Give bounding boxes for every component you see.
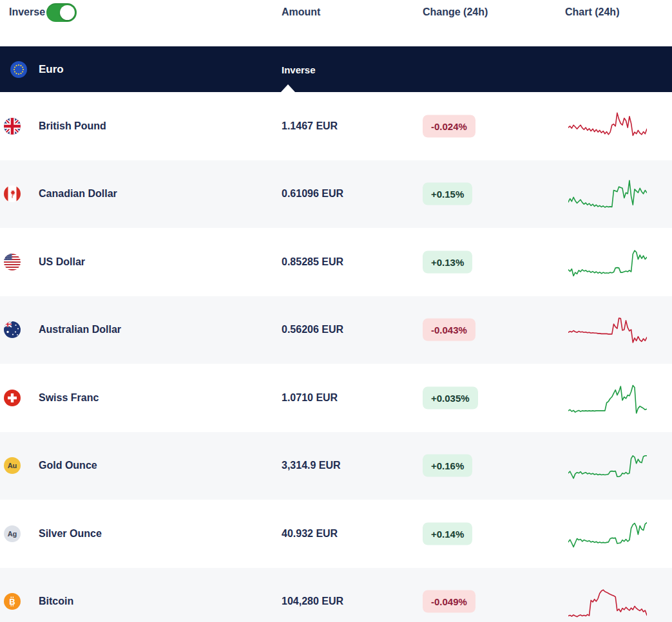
gold-icon: Au [4,457,21,474]
amount-value: 1.0710 EUR [282,392,338,404]
base-currency-name: Euro [39,63,64,76]
sparkline-chart [568,106,647,147]
table-header-bar: Inverse Amount Change (24h) Chart (24h) [0,0,672,46]
sparkline-chart [568,309,647,350]
amount-value: 3,314.9 EUR [282,460,341,471]
change-badge: +0.14% [423,522,472,545]
au-flag-icon [4,321,21,338]
svg-text:B: B [9,597,15,607]
sparkline-chart [568,513,647,554]
change-badge: -0.024% [423,115,475,137]
change-badge: +0.15% [423,183,472,205]
sparkline-chart [568,241,647,283]
column-header-change: Change (24h) [423,6,488,18]
currency-name: Australian Dollar [39,324,121,335]
silver-icon: Ag [4,525,21,542]
ca-flag-icon [4,185,21,202]
change-badge: -0.049% [423,590,475,613]
change-badge: +0.16% [423,455,472,477]
change-badge: +0.13% [423,250,472,273]
column-header-chart: Chart (24h) [565,6,619,18]
eu-flag-icon [10,61,27,78]
us-flag-icon [4,254,21,270]
currency-row[interactable]: Swiss Franc 1.0710 EUR +0.035% [0,364,672,432]
column-header-amount: Amount [282,6,320,18]
currency-name: Gold Ounce [39,460,97,471]
toggle-knob [60,5,75,20]
currency-name: US Dollar [39,256,85,268]
amount-value: 40.932 EUR [282,528,338,540]
currency-rows: British Pound 1.1467 EUR -0.024% Canadia… [0,92,672,622]
currency-row[interactable]: US Dollar 0.85285 EUR +0.13% [0,228,672,296]
currency-row[interactable]: B Bitcoin 104,280 EUR -0.049% [0,568,672,622]
svg-text:Au: Au [8,462,17,469]
sparkline-chart [568,377,647,419]
gb-flag-icon [4,118,21,135]
currency-name: British Pound [39,120,106,132]
amount-value: 0.56206 EUR [282,324,343,335]
amount-value: 0.61096 EUR [282,188,343,200]
currency-name: Bitcoin [39,596,73,607]
base-column-value: Inverse [282,64,316,75]
svg-text:Ag: Ag [8,530,17,538]
base-currency-header: Euro Inverse [0,46,672,92]
amount-value: 0.85285 EUR [282,256,343,268]
currency-row[interactable]: Ag Silver Ounce 40.932 EUR +0.14% [0,500,672,568]
change-badge: +0.035% [423,386,478,409]
currency-name: Swiss Franc [39,392,99,404]
selected-column-notch [281,84,295,92]
currency-row[interactable]: Canadian Dollar 0.61096 EUR +0.15% [0,160,672,229]
sparkline-chart [568,581,647,622]
currency-name: Canadian Dollar [39,188,117,200]
currency-row[interactable]: Australian Dollar 0.56206 EUR -0.043% [0,296,672,364]
sparkline-chart [568,445,647,486]
inverse-toggle-label: Inverse [9,6,45,18]
inverse-toggle[interactable] [46,3,77,22]
amount-value: 104,280 EUR [282,596,343,607]
currency-row[interactable]: British Pound 1.1467 EUR -0.024% [0,92,672,160]
bitcoin-icon: B [4,593,21,610]
sparkline-chart [568,173,647,214]
amount-value: 1.1467 EUR [282,120,338,132]
currency-name: Silver Ounce [39,528,102,540]
ch-flag-icon [4,390,21,406]
change-badge: -0.043% [423,319,475,341]
exchange-rates-widget: Inverse Amount Change (24h) Chart (24h) … [0,0,672,622]
currency-row[interactable]: Au Gold Ounce 3,314.9 EUR +0.16% [0,432,672,500]
